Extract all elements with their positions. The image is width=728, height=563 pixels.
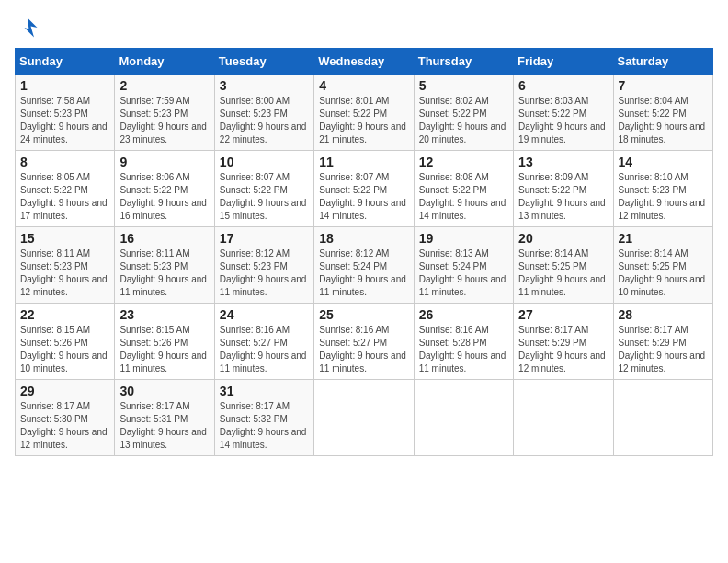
calendar-cell: 30 Sunrise: 8:17 AM Sunset: 5:31 PM Dayl… [115,380,214,456]
sunset-label: Sunset: 5:26 PM [20,338,88,348]
daylight-label: Daylight: 9 hours and 11 minutes. [419,274,506,297]
daylight-label: Daylight: 9 hours and 11 minutes. [119,274,207,297]
day-number: 19 [419,231,508,246]
daylight-label: Daylight: 9 hours and 12 minutes. [619,350,706,373]
day-info: Sunrise: 8:15 AM Sunset: 5:26 PM Dayligh… [119,324,209,375]
day-info: Sunrise: 8:08 AM Sunset: 5:22 PM Dayligh… [419,171,508,223]
calendar-cell: 20 Sunrise: 8:14 AM Sunset: 5:25 PM Dayl… [514,227,613,304]
day-info: Sunrise: 7:59 AM Sunset: 5:23 PM Dayligh… [119,95,209,146]
day-number: 23 [119,307,209,322]
sunset-label: Sunset: 5:32 PM [220,414,288,424]
header-day-monday: Monday [115,49,214,75]
calendar-cell: 10 Sunrise: 8:07 AM Sunset: 5:22 PM Dayl… [214,151,313,227]
sunset-label: Sunset: 5:29 PM [619,338,687,348]
day-info: Sunrise: 8:12 AM Sunset: 5:24 PM Dayligh… [319,247,408,299]
sunset-label: Sunset: 5:23 PM [20,109,88,119]
sunset-label: Sunset: 5:27 PM [220,338,288,348]
calendar-cell: 24 Sunrise: 8:16 AM Sunset: 5:27 PM Dayl… [214,304,313,380]
day-info: Sunrise: 8:14 AM Sunset: 5:25 PM Dayligh… [518,247,608,299]
day-number: 29 [20,384,109,398]
sunrise-label: Sunrise: 8:16 AM [220,325,290,335]
day-number: 17 [220,231,309,246]
daylight-label: Daylight: 9 hours and 11 minutes. [319,274,406,297]
day-info: Sunrise: 8:10 AM Sunset: 5:23 PM Dayligh… [619,171,708,223]
daylight-label: Daylight: 9 hours and 22 minutes. [220,121,307,144]
page-header [15,15,713,40]
day-number: 25 [319,307,408,322]
sunset-label: Sunset: 5:25 PM [518,261,586,271]
day-number: 27 [518,307,608,322]
day-info: Sunrise: 8:17 AM Sunset: 5:31 PM Dayligh… [119,400,209,452]
day-number: 22 [20,307,109,322]
svg-marker-0 [25,18,38,38]
day-number: 1 [20,78,109,93]
sunrise-label: Sunrise: 8:01 AM [319,96,389,106]
sunset-label: Sunset: 5:29 PM [518,338,586,348]
daylight-label: Daylight: 9 hours and 12 minutes. [518,350,606,373]
calendar-cell: 2 Sunrise: 7:59 AM Sunset: 5:23 PM Dayli… [115,75,214,151]
day-number: 20 [518,231,608,246]
sunset-label: Sunset: 5:23 PM [119,261,188,271]
day-info: Sunrise: 8:04 AM Sunset: 5:22 PM Dayligh… [619,95,708,146]
day-number: 12 [419,155,508,169]
daylight-label: Daylight: 9 hours and 15 minutes. [220,198,307,221]
day-number: 15 [20,231,109,246]
day-info: Sunrise: 8:17 AM Sunset: 5:32 PM Dayligh… [220,400,309,452]
day-info: Sunrise: 8:17 AM Sunset: 5:29 PM Dayligh… [518,324,608,375]
daylight-label: Daylight: 9 hours and 21 minutes. [319,121,406,144]
header-day-wednesday: Wednesday [314,49,414,75]
day-number: 7 [619,78,708,93]
day-number: 16 [119,231,209,246]
day-number: 21 [619,231,708,246]
sunset-label: Sunset: 5:22 PM [419,109,487,119]
sunset-label: Sunset: 5:22 PM [20,185,88,195]
sunset-label: Sunset: 5:22 PM [319,109,387,119]
sunrise-label: Sunrise: 8:02 AM [419,96,489,106]
header-day-tuesday: Tuesday [214,49,313,75]
day-number: 3 [220,78,309,93]
sunrise-label: Sunrise: 8:04 AM [619,96,688,106]
calendar-cell [314,380,414,456]
day-number: 30 [119,384,209,398]
day-number: 9 [119,155,209,169]
sunrise-label: Sunrise: 8:07 AM [220,172,290,182]
calendar-week-row: 22 Sunrise: 8:15 AM Sunset: 5:26 PM Dayl… [16,304,713,380]
daylight-label: Daylight: 9 hours and 20 minutes. [419,121,506,144]
sunrise-label: Sunrise: 8:15 AM [20,325,90,335]
daylight-label: Daylight: 9 hours and 11 minutes. [119,350,207,373]
day-info: Sunrise: 8:12 AM Sunset: 5:23 PM Dayligh… [220,247,309,299]
sunset-label: Sunset: 5:24 PM [319,261,387,271]
header-day-friday: Friday [514,49,613,75]
day-info: Sunrise: 8:00 AM Sunset: 5:23 PM Dayligh… [220,95,309,146]
sunrise-label: Sunrise: 8:11 AM [20,248,90,259]
calendar-cell [414,380,513,456]
sunset-label: Sunset: 5:25 PM [619,261,687,271]
calendar-week-row: 29 Sunrise: 8:17 AM Sunset: 5:30 PM Dayl… [16,380,713,456]
sunrise-label: Sunrise: 8:17 AM [220,401,290,411]
day-info: Sunrise: 8:11 AM Sunset: 5:23 PM Dayligh… [119,247,209,299]
header-day-sunday: Sunday [16,49,115,75]
daylight-label: Daylight: 9 hours and 12 minutes. [619,198,706,221]
day-number: 4 [319,78,408,93]
daylight-label: Daylight: 9 hours and 10 minutes. [619,274,706,297]
sunrise-label: Sunrise: 8:17 AM [518,325,588,335]
day-number: 2 [119,78,209,93]
daylight-label: Daylight: 9 hours and 19 minutes. [518,121,606,144]
sunset-label: Sunset: 5:22 PM [518,109,586,119]
sunrise-label: Sunrise: 8:17 AM [619,325,688,335]
sunrise-label: Sunrise: 7:58 AM [20,96,90,106]
daylight-label: Daylight: 9 hours and 13 minutes. [119,427,207,450]
day-number: 24 [220,307,309,322]
calendar-cell: 15 Sunrise: 8:11 AM Sunset: 5:23 PM Dayl… [16,227,115,304]
sunrise-label: Sunrise: 8:00 AM [220,96,290,106]
sunset-label: Sunset: 5:23 PM [20,261,88,271]
day-info: Sunrise: 8:01 AM Sunset: 5:22 PM Dayligh… [319,95,408,146]
daylight-label: Daylight: 9 hours and 11 minutes. [319,350,406,373]
sunset-label: Sunset: 5:27 PM [319,338,387,348]
calendar-cell: 21 Sunrise: 8:14 AM Sunset: 5:25 PM Dayl… [613,227,712,304]
day-info: Sunrise: 8:16 AM Sunset: 5:27 PM Dayligh… [220,324,309,375]
calendar-cell: 31 Sunrise: 8:17 AM Sunset: 5:32 PM Dayl… [214,380,313,456]
sunset-label: Sunset: 5:22 PM [119,185,188,195]
day-number: 13 [518,155,608,169]
calendar-cell: 23 Sunrise: 8:15 AM Sunset: 5:26 PM Dayl… [115,304,214,380]
